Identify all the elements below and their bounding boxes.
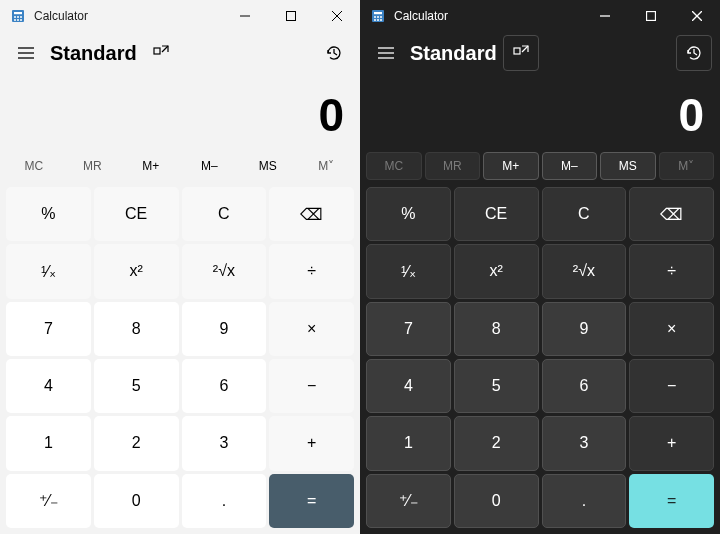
- memory-store-button[interactable]: MS: [240, 152, 296, 180]
- close-button[interactable]: [314, 0, 360, 32]
- clear-entry-button[interactable]: CE: [454, 187, 539, 241]
- add-button[interactable]: +: [629, 416, 714, 470]
- percent-button[interactable]: %: [366, 187, 451, 241]
- mode-label: Standard: [404, 42, 503, 65]
- negate-button[interactable]: ⁺∕₋: [366, 474, 451, 528]
- svg-rect-1: [14, 12, 22, 14]
- memory-clear-button[interactable]: MC: [6, 152, 62, 180]
- svg-point-3: [17, 16, 19, 18]
- digit-5-button[interactable]: 5: [94, 359, 179, 413]
- minimize-button[interactable]: [222, 0, 268, 32]
- memory-dropdown-button[interactable]: M˅: [299, 152, 355, 180]
- digit-0-button[interactable]: 0: [94, 474, 179, 528]
- digit-8-button[interactable]: 8: [94, 302, 179, 356]
- square-root-button[interactable]: ²√x: [542, 244, 627, 298]
- memory-add-button[interactable]: M+: [123, 152, 179, 180]
- svg-point-7: [20, 19, 22, 21]
- memory-dropdown-button[interactable]: M˅: [659, 152, 715, 180]
- svg-rect-17: [374, 12, 382, 14]
- subtract-button[interactable]: −: [269, 359, 354, 413]
- window-title: Calculator: [34, 9, 88, 23]
- digit-6-button[interactable]: 6: [182, 359, 267, 413]
- multiply-button[interactable]: ×: [269, 302, 354, 356]
- decimal-button[interactable]: .: [542, 474, 627, 528]
- clear-button[interactable]: C: [542, 187, 627, 241]
- subtract-button[interactable]: −: [629, 359, 714, 413]
- backspace-button[interactable]: ⌫: [269, 187, 354, 241]
- close-button[interactable]: [674, 0, 720, 32]
- header: Standard: [360, 32, 720, 74]
- memory-recall-button[interactable]: MR: [65, 152, 121, 180]
- history-button[interactable]: [676, 35, 712, 71]
- digit-7-button[interactable]: 7: [366, 302, 451, 356]
- reciprocal-button[interactable]: ¹∕ₓ: [366, 244, 451, 298]
- digit-6-button[interactable]: 6: [542, 359, 627, 413]
- svg-point-20: [380, 16, 382, 18]
- negate-button[interactable]: ⁺∕₋: [6, 474, 91, 528]
- digit-2-button[interactable]: 2: [94, 416, 179, 470]
- result-display: 0: [360, 74, 720, 148]
- percent-button[interactable]: %: [6, 187, 91, 241]
- keypad: % CE C ⌫ ¹∕ₓ x² ²√x ÷ 7 8 9 × 4 5 6 − 1 …: [0, 184, 360, 534]
- menu-button[interactable]: [8, 35, 44, 71]
- svg-rect-9: [287, 12, 296, 21]
- memory-clear-button[interactable]: MC: [366, 152, 422, 180]
- digit-0-button[interactable]: 0: [454, 474, 539, 528]
- svg-rect-15: [154, 48, 160, 54]
- square-root-button[interactable]: ²√x: [182, 244, 267, 298]
- result-display: 0: [0, 74, 360, 148]
- svg-rect-31: [514, 48, 520, 54]
- digit-9-button[interactable]: 9: [542, 302, 627, 356]
- divide-button[interactable]: ÷: [269, 244, 354, 298]
- menu-button[interactable]: [368, 35, 404, 71]
- calculator-app-icon: [370, 8, 386, 24]
- digit-7-button[interactable]: 7: [6, 302, 91, 356]
- digit-8-button[interactable]: 8: [454, 302, 539, 356]
- memory-store-button[interactable]: MS: [600, 152, 656, 180]
- maximize-button[interactable]: [628, 0, 674, 32]
- reciprocal-button[interactable]: ¹∕ₓ: [6, 244, 91, 298]
- keypad: % CE C ⌫ ¹∕ₓ x² ²√x ÷ 7 8 9 × 4 5 6 − 1 …: [360, 184, 720, 534]
- svg-point-6: [17, 19, 19, 21]
- maximize-button[interactable]: [268, 0, 314, 32]
- equals-button[interactable]: =: [629, 474, 714, 528]
- divide-button[interactable]: ÷: [629, 244, 714, 298]
- add-button[interactable]: +: [269, 416, 354, 470]
- multiply-button[interactable]: ×: [629, 302, 714, 356]
- memory-subtract-button[interactable]: M–: [542, 152, 598, 180]
- digit-3-button[interactable]: 3: [542, 416, 627, 470]
- header: Standard: [0, 32, 360, 74]
- titlebar: Calculator: [0, 0, 360, 32]
- mode-label: Standard: [44, 42, 143, 65]
- memory-row: MC MR M+ M– MS M˅: [360, 148, 720, 184]
- digit-3-button[interactable]: 3: [182, 416, 267, 470]
- decimal-button[interactable]: .: [182, 474, 267, 528]
- svg-point-21: [374, 19, 376, 21]
- backspace-button[interactable]: ⌫: [629, 187, 714, 241]
- digit-4-button[interactable]: 4: [6, 359, 91, 413]
- square-button[interactable]: x²: [454, 244, 539, 298]
- keep-on-top-button[interactable]: [503, 35, 539, 71]
- keep-on-top-button[interactable]: [143, 35, 179, 71]
- calculator-app-icon: [10, 8, 26, 24]
- digit-1-button[interactable]: 1: [366, 416, 451, 470]
- clear-entry-button[interactable]: CE: [94, 187, 179, 241]
- titlebar: Calculator: [360, 0, 720, 32]
- svg-rect-25: [647, 12, 656, 21]
- memory-subtract-button[interactable]: M–: [182, 152, 238, 180]
- minimize-button[interactable]: [582, 0, 628, 32]
- digit-5-button[interactable]: 5: [454, 359, 539, 413]
- clear-button[interactable]: C: [182, 187, 267, 241]
- digit-2-button[interactable]: 2: [454, 416, 539, 470]
- digit-9-button[interactable]: 9: [182, 302, 267, 356]
- square-button[interactable]: x²: [94, 244, 179, 298]
- memory-add-button[interactable]: M+: [483, 152, 539, 180]
- svg-point-18: [374, 16, 376, 18]
- memory-recall-button[interactable]: MR: [425, 152, 481, 180]
- svg-point-4: [20, 16, 22, 18]
- history-button[interactable]: [316, 35, 352, 71]
- digit-4-button[interactable]: 4: [366, 359, 451, 413]
- equals-button[interactable]: =: [269, 474, 354, 528]
- digit-1-button[interactable]: 1: [6, 416, 91, 470]
- memory-row: MC MR M+ M– MS M˅: [0, 148, 360, 184]
